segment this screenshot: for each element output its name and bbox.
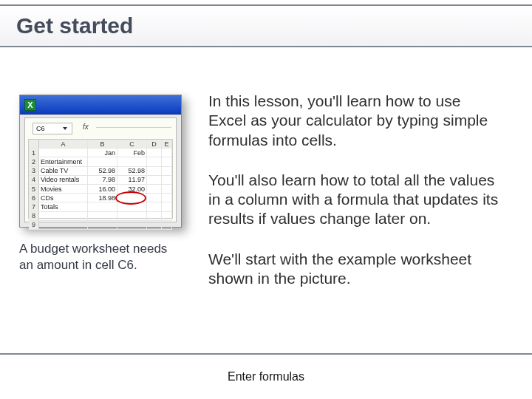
cell: 11.97 (117, 176, 147, 184)
column-header-row: A B C D E (29, 140, 172, 149)
cell (162, 157, 172, 166)
cell (39, 221, 88, 229)
paragraph-2: You'll also learn how to total all the v… (208, 171, 499, 229)
table-row: 9 (29, 221, 172, 230)
cell (147, 194, 162, 202)
row-header: 1 (29, 149, 39, 157)
cell (88, 221, 117, 229)
cell (162, 149, 172, 157)
cell: 18.98 (88, 194, 117, 202)
cell (117, 157, 147, 166)
table-row: 8 (29, 212, 172, 221)
cell (147, 202, 162, 211)
cell: CDs (39, 194, 88, 202)
paragraph-1: In this lesson, you'll learn how to use … (208, 92, 499, 150)
row-header: 6 (29, 194, 39, 202)
cell (117, 202, 147, 211)
cell: 52.98 (117, 167, 147, 175)
row-header: 2 (29, 157, 39, 166)
cell: Entertainment (39, 157, 88, 166)
table-row: 3 Cable TV 52.98 52.98 (29, 167, 172, 176)
col-header-e: E (162, 140, 172, 148)
dropdown-icon (63, 127, 67, 130)
col-header-d: D (147, 140, 162, 148)
right-column: In this lesson, you'll learn how to use … (192, 74, 532, 353)
cell: Feb (117, 149, 147, 157)
cell (88, 202, 117, 211)
table-row: 5 Movies 16.00 32.00 (29, 185, 172, 194)
row-header: 9 (29, 221, 39, 229)
title-band: Get started (0, 4, 532, 47)
thumbnail-caption: A budget worksheet needs an amount in ce… (19, 241, 183, 273)
table-row: 4 Video rentals 7.98 11.97 (29, 176, 172, 185)
page-title: Get started (16, 13, 133, 38)
excel-thumbnail: X C6 fx A B C (19, 95, 182, 228)
footer: Enter formulas (0, 355, 532, 399)
cell (162, 212, 172, 220)
col-header-a: A (39, 140, 88, 148)
cell (117, 221, 147, 229)
row-header: 4 (29, 176, 39, 184)
cell (39, 149, 88, 157)
cell: 7.98 (88, 176, 117, 184)
cell (162, 185, 172, 193)
cell: Totals (39, 202, 88, 211)
table-row: 2 Entertainment (29, 157, 172, 166)
excel-body: C6 fx A B C D E (24, 117, 177, 222)
cell (39, 212, 88, 220)
cell: Movies (39, 185, 88, 193)
excel-namebox: C6 (33, 123, 72, 134)
cell (162, 202, 172, 211)
cell (162, 176, 172, 184)
cell: 52.98 (88, 167, 117, 175)
namebox-value: C6 (36, 125, 45, 132)
formula-bar-line (96, 127, 171, 128)
cell: 16.00 (88, 185, 117, 193)
paragraph-3: We'll start with the example worksheet s… (208, 250, 499, 289)
cell (147, 185, 162, 193)
row-header: 8 (29, 212, 39, 220)
cell (162, 194, 172, 202)
cell (147, 149, 162, 157)
cell (147, 212, 162, 220)
cell: Jan (88, 149, 117, 157)
cell: 32.00 (117, 185, 147, 193)
content-area: X C6 fx A B C (0, 74, 532, 353)
row-header: 5 (29, 185, 39, 193)
cell (162, 167, 172, 175)
slide: Get started X C6 fx (0, 0, 532, 399)
left-column: X C6 fx A B C (0, 74, 192, 353)
excel-grid: A B C D E 1 Jan Feb (28, 139, 173, 219)
corner-cell (29, 140, 39, 148)
table-row: 6 CDs 18.98 (29, 194, 172, 202)
fx-label: fx (83, 123, 89, 131)
cell (162, 221, 172, 229)
col-header-c: C (117, 140, 147, 148)
cell: Video rentals (39, 176, 88, 184)
row-header: 3 (29, 167, 39, 175)
excel-app-icon: X (24, 99, 36, 111)
cell: Cable TV (39, 167, 88, 175)
excel-icon-letter: X (27, 100, 33, 109)
excel-titlebar: X (20, 95, 181, 115)
cell (147, 167, 162, 175)
cell (147, 157, 162, 166)
cell (117, 194, 147, 202)
row-header: 7 (29, 202, 39, 211)
cell (147, 221, 162, 229)
cell (147, 176, 162, 184)
table-row: 7 Totals (29, 202, 172, 211)
cell (88, 157, 117, 166)
footer-text: Enter formulas (228, 370, 304, 383)
cell (88, 212, 117, 220)
table-row: 1 Jan Feb (29, 149, 172, 157)
cell (117, 212, 147, 220)
col-header-b: B (88, 140, 117, 148)
